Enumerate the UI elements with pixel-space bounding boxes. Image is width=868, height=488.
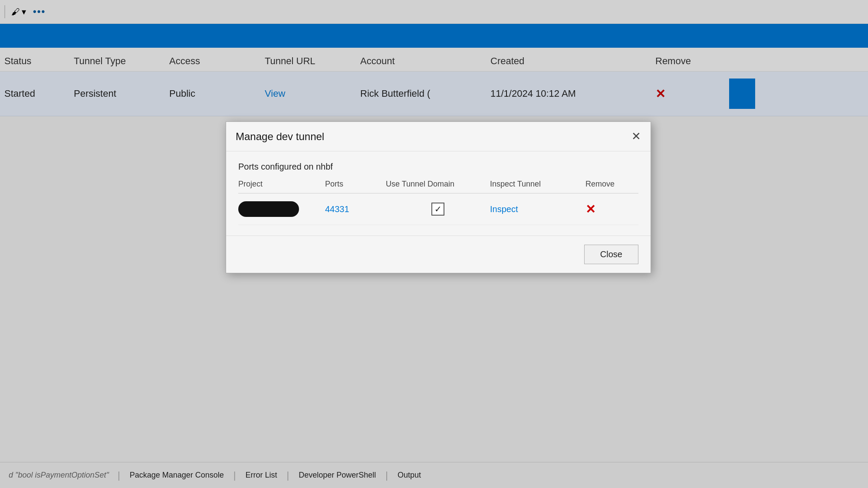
dialog-title: Manage dev tunnel — [236, 131, 324, 143]
dialog-remove-icon[interactable]: ✕ — [585, 203, 595, 216]
dialog-cell-use-tunnel-domain[interactable]: ✓ — [386, 203, 490, 216]
close-button[interactable]: Close — [584, 245, 638, 264]
project-pill — [238, 201, 299, 217]
dialog-header-inspect-tunnel: Inspect Tunnel — [490, 180, 585, 189]
dialog-header-ports: Ports — [325, 180, 386, 189]
dialog-cell-inspect-tunnel[interactable]: Inspect — [490, 204, 585, 214]
dialog-table-row: 44331 ✓ Inspect ✕ — [238, 193, 638, 225]
dialog-header-remove: Remove — [585, 180, 638, 189]
dialog-cell-project — [238, 201, 325, 217]
dialog-cell-remove[interactable]: ✕ — [585, 202, 638, 216]
dialog-header-use-tunnel-domain: Use Tunnel Domain — [386, 180, 490, 189]
dialog-subtitle: Ports configured on nhbf — [238, 162, 638, 172]
dialog-titlebar: Manage dev tunnel ✕ — [226, 122, 651, 151]
dialog-table-header: Project Ports Use Tunnel Domain Inspect … — [238, 180, 638, 193]
inspect-link[interactable]: Inspect — [490, 204, 518, 214]
dialog-footer: Close — [226, 236, 651, 273]
ports-link[interactable]: 44331 — [325, 204, 349, 214]
dialog-header-project: Project — [238, 180, 325, 189]
dialog-cell-ports[interactable]: 44331 — [325, 204, 386, 214]
dialog-body: Ports configured on nhbf Project Ports U… — [226, 151, 651, 236]
dialog-overlay: Manage dev tunnel ✕ Ports configured on … — [0, 0, 868, 488]
dialog-close-button[interactable]: ✕ — [631, 130, 641, 143]
manage-dev-tunnel-dialog: Manage dev tunnel ✕ Ports configured on … — [226, 121, 651, 273]
use-tunnel-domain-checkbox[interactable]: ✓ — [431, 203, 444, 216]
